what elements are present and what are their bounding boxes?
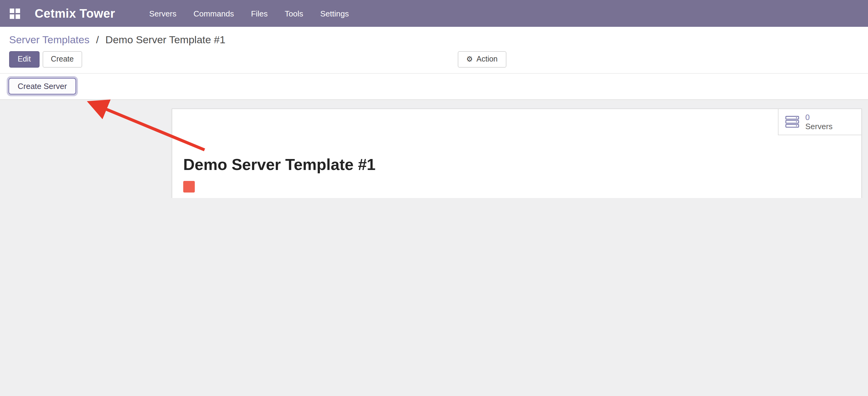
brand-title[interactable]: Cetmix Tower (35, 6, 115, 21)
content-area: 0 Servers Demo Server Template #1 Refere… (0, 99, 868, 198)
menu-item-settings[interactable]: Settings (320, 9, 349, 18)
menu-item-files[interactable]: Files (251, 9, 268, 18)
app-window: Cetmix Tower Servers Commands Files Tool… (0, 0, 868, 198)
record-title: Demo Server Template #1 (183, 155, 376, 174)
apps-grid-icon-svg (10, 8, 20, 19)
control-panel: Edit Create ⚙ Action (0, 46, 868, 73)
main-menu: Servers Commands Files Tools Settings (149, 9, 349, 18)
apps-grid-icon[interactable] (10, 8, 20, 19)
breadcrumb: Server Templates / Demo Server Template … (0, 27, 868, 46)
servers-stat-text: 0 Servers (805, 113, 833, 131)
servers-stat-label: Servers (805, 122, 833, 131)
breadcrumb-current: Demo Server Template #1 (105, 34, 225, 46)
breadcrumb-separator: / (96, 34, 99, 46)
menu-item-commands[interactable]: Commands (193, 9, 234, 18)
create-server-button[interactable]: Create Server (8, 78, 76, 94)
servers-stat-button[interactable]: 0 Servers (778, 109, 861, 135)
action-dropdown-label: Action (476, 55, 498, 64)
record-color-swatch (183, 181, 195, 193)
form-statusbar: Create Server (0, 73, 868, 99)
servers-stat-value: 0 (805, 113, 833, 122)
action-dropdown-button[interactable]: ⚙ Action (458, 51, 506, 67)
gear-icon: ⚙ (466, 55, 473, 64)
menu-item-tools[interactable]: Tools (285, 9, 304, 18)
create-button[interactable]: Create (42, 51, 82, 67)
server-stack-icon (785, 116, 800, 128)
breadcrumb-parent-link[interactable]: Server Templates (9, 34, 90, 46)
menu-item-servers[interactable]: Servers (149, 9, 177, 18)
top-navbar: Cetmix Tower Servers Commands Files Tool… (0, 0, 868, 27)
edit-button[interactable]: Edit (9, 51, 39, 67)
form-sheet: 0 Servers Demo Server Template #1 Refere… (172, 108, 862, 198)
